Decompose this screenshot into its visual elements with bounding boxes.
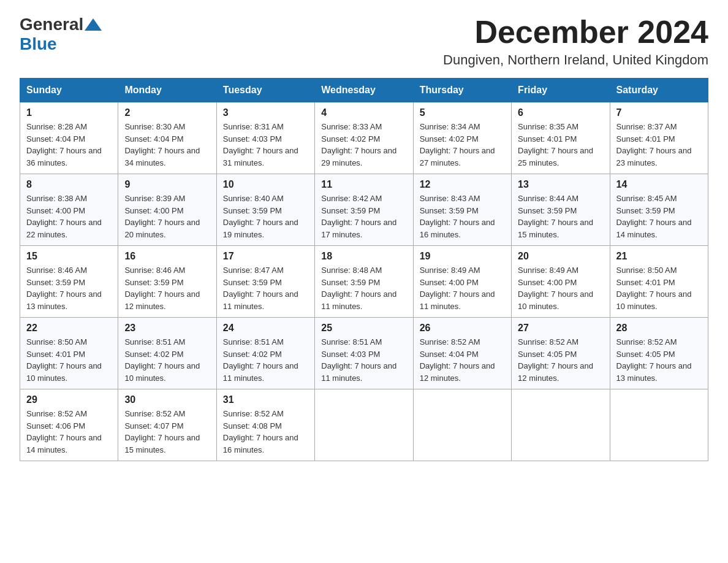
col-thursday: Thursday bbox=[413, 79, 511, 102]
day-number: 4 bbox=[321, 107, 406, 118]
col-friday: Friday bbox=[512, 79, 610, 102]
day-info: Sunrise: 8:51 AMSunset: 4:02 PMDaylight:… bbox=[124, 336, 210, 384]
day-cell-20: 20 Sunrise: 8:49 AMSunset: 4:00 PMDaylig… bbox=[512, 246, 610, 318]
day-cell-24: 24 Sunrise: 8:51 AMSunset: 4:02 PMDaylig… bbox=[216, 318, 314, 389]
calendar-table: Sunday Monday Tuesday Wednesday Thursday… bbox=[20, 78, 708, 461]
col-wednesday: Wednesday bbox=[315, 79, 413, 102]
day-cell-1: 1 Sunrise: 8:28 AMSunset: 4:04 PMDayligh… bbox=[20, 102, 118, 174]
day-cell-5: 5 Sunrise: 8:34 AMSunset: 4:02 PMDayligh… bbox=[413, 102, 511, 174]
day-number: 20 bbox=[518, 251, 603, 262]
day-number: 13 bbox=[518, 179, 603, 190]
day-cell-31: 31 Sunrise: 8:52 AMSunset: 4:08 PMDaylig… bbox=[216, 389, 314, 461]
empty-cell bbox=[512, 389, 610, 461]
day-info: Sunrise: 8:44 AMSunset: 3:59 PMDaylight:… bbox=[518, 193, 603, 240]
calendar-header-row: Sunday Monday Tuesday Wednesday Thursday… bbox=[20, 79, 708, 102]
day-cell-30: 30 Sunrise: 8:52 AMSunset: 4:07 PMDaylig… bbox=[118, 389, 216, 461]
day-info: Sunrise: 8:47 AMSunset: 3:59 PMDaylight:… bbox=[223, 264, 308, 312]
day-number: 19 bbox=[420, 251, 505, 262]
location-title: Dungiven, Northern Ireland, United Kingd… bbox=[443, 52, 708, 68]
day-number: 23 bbox=[124, 323, 210, 334]
day-info: Sunrise: 8:52 AMSunset: 4:08 PMDaylight:… bbox=[223, 408, 308, 456]
day-number: 21 bbox=[616, 251, 702, 262]
day-cell-16: 16 Sunrise: 8:46 AMSunset: 3:59 PMDaylig… bbox=[118, 246, 216, 318]
day-cell-12: 12 Sunrise: 8:43 AMSunset: 3:59 PMDaylig… bbox=[413, 174, 511, 246]
day-info: Sunrise: 8:46 AMSunset: 3:59 PMDaylight:… bbox=[124, 264, 210, 312]
day-info: Sunrise: 8:52 AMSunset: 4:07 PMDaylight:… bbox=[124, 408, 210, 456]
day-info: Sunrise: 8:46 AMSunset: 3:59 PMDaylight:… bbox=[26, 264, 112, 312]
day-info: Sunrise: 8:43 AMSunset: 3:59 PMDaylight:… bbox=[420, 193, 505, 240]
day-number: 25 bbox=[321, 323, 406, 334]
day-info: Sunrise: 8:37 AMSunset: 4:01 PMDaylight:… bbox=[616, 121, 702, 169]
empty-cell bbox=[413, 389, 511, 461]
day-cell-26: 26 Sunrise: 8:52 AMSunset: 4:04 PMDaylig… bbox=[413, 318, 511, 389]
day-cell-18: 18 Sunrise: 8:48 AMSunset: 3:59 PMDaylig… bbox=[315, 246, 413, 318]
week-row-4: 22 Sunrise: 8:50 AMSunset: 4:01 PMDaylig… bbox=[20, 318, 708, 389]
day-info: Sunrise: 8:33 AMSunset: 4:02 PMDaylight:… bbox=[321, 121, 406, 169]
day-info: Sunrise: 8:35 AMSunset: 4:01 PMDaylight:… bbox=[518, 121, 603, 169]
day-number: 17 bbox=[223, 251, 308, 262]
day-number: 10 bbox=[223, 179, 308, 190]
empty-cell bbox=[610, 389, 708, 461]
day-number: 12 bbox=[420, 179, 505, 190]
day-number: 30 bbox=[124, 394, 210, 405]
col-saturday: Saturday bbox=[610, 79, 708, 102]
day-number: 11 bbox=[321, 179, 406, 190]
day-cell-9: 9 Sunrise: 8:39 AMSunset: 4:00 PMDayligh… bbox=[118, 174, 216, 246]
day-number: 24 bbox=[223, 323, 308, 334]
day-number: 22 bbox=[26, 323, 112, 334]
day-number: 6 bbox=[518, 107, 603, 118]
logo-general-text: General bbox=[20, 15, 83, 34]
col-monday: Monday bbox=[118, 79, 216, 102]
day-cell-17: 17 Sunrise: 8:47 AMSunset: 3:59 PMDaylig… bbox=[216, 246, 314, 318]
day-number: 9 bbox=[124, 179, 210, 190]
logo-blue-text: Blue bbox=[20, 34, 57, 53]
day-cell-14: 14 Sunrise: 8:45 AMSunset: 3:59 PMDaylig… bbox=[610, 174, 708, 246]
day-info: Sunrise: 8:34 AMSunset: 4:02 PMDaylight:… bbox=[420, 121, 505, 169]
day-cell-29: 29 Sunrise: 8:52 AMSunset: 4:06 PMDaylig… bbox=[20, 389, 118, 461]
day-info: Sunrise: 8:38 AMSunset: 4:00 PMDaylight:… bbox=[26, 193, 112, 240]
day-cell-10: 10 Sunrise: 8:40 AMSunset: 3:59 PMDaylig… bbox=[216, 174, 314, 246]
month-title: December 2024 bbox=[443, 15, 708, 50]
day-number: 8 bbox=[26, 179, 112, 190]
empty-cell bbox=[315, 389, 413, 461]
day-number: 31 bbox=[223, 394, 308, 405]
day-number: 1 bbox=[26, 107, 112, 118]
logo-triangle-icon bbox=[85, 18, 102, 31]
day-cell-11: 11 Sunrise: 8:42 AMSunset: 3:59 PMDaylig… bbox=[315, 174, 413, 246]
logo: General Blue bbox=[20, 15, 103, 54]
week-row-2: 8 Sunrise: 8:38 AMSunset: 4:00 PMDayligh… bbox=[20, 174, 708, 246]
page-header: General Blue December 2024 Dungiven, Nor… bbox=[20, 15, 708, 68]
day-info: Sunrise: 8:28 AMSunset: 4:04 PMDaylight:… bbox=[26, 121, 112, 169]
day-cell-19: 19 Sunrise: 8:49 AMSunset: 4:00 PMDaylig… bbox=[413, 246, 511, 318]
day-number: 26 bbox=[420, 323, 505, 334]
day-info: Sunrise: 8:48 AMSunset: 3:59 PMDaylight:… bbox=[321, 264, 406, 312]
day-cell-15: 15 Sunrise: 8:46 AMSunset: 3:59 PMDaylig… bbox=[20, 246, 118, 318]
day-cell-7: 7 Sunrise: 8:37 AMSunset: 4:01 PMDayligh… bbox=[610, 102, 708, 174]
day-cell-4: 4 Sunrise: 8:33 AMSunset: 4:02 PMDayligh… bbox=[315, 102, 413, 174]
week-row-3: 15 Sunrise: 8:46 AMSunset: 3:59 PMDaylig… bbox=[20, 246, 708, 318]
col-sunday: Sunday bbox=[20, 79, 118, 102]
day-cell-6: 6 Sunrise: 8:35 AMSunset: 4:01 PMDayligh… bbox=[512, 102, 610, 174]
day-number: 7 bbox=[616, 107, 702, 118]
day-number: 18 bbox=[321, 251, 406, 262]
week-row-1: 1 Sunrise: 8:28 AMSunset: 4:04 PMDayligh… bbox=[20, 102, 708, 174]
day-info: Sunrise: 8:52 AMSunset: 4:04 PMDaylight:… bbox=[420, 336, 505, 384]
day-cell-28: 28 Sunrise: 8:52 AMSunset: 4:05 PMDaylig… bbox=[610, 318, 708, 389]
week-row-5: 29 Sunrise: 8:52 AMSunset: 4:06 PMDaylig… bbox=[20, 389, 708, 461]
day-number: 28 bbox=[616, 323, 702, 334]
day-cell-27: 27 Sunrise: 8:52 AMSunset: 4:05 PMDaylig… bbox=[512, 318, 610, 389]
day-cell-25: 25 Sunrise: 8:51 AMSunset: 4:03 PMDaylig… bbox=[315, 318, 413, 389]
day-cell-23: 23 Sunrise: 8:51 AMSunset: 4:02 PMDaylig… bbox=[118, 318, 216, 389]
day-info: Sunrise: 8:51 AMSunset: 4:02 PMDaylight:… bbox=[223, 336, 308, 384]
day-info: Sunrise: 8:52 AMSunset: 4:05 PMDaylight:… bbox=[616, 336, 702, 384]
day-number: 15 bbox=[26, 251, 112, 262]
day-number: 27 bbox=[518, 323, 603, 334]
day-cell-3: 3 Sunrise: 8:31 AMSunset: 4:03 PMDayligh… bbox=[216, 102, 314, 174]
day-info: Sunrise: 8:45 AMSunset: 3:59 PMDaylight:… bbox=[616, 193, 702, 240]
day-cell-2: 2 Sunrise: 8:30 AMSunset: 4:04 PMDayligh… bbox=[118, 102, 216, 174]
day-info: Sunrise: 8:30 AMSunset: 4:04 PMDaylight:… bbox=[124, 121, 210, 169]
day-info: Sunrise: 8:51 AMSunset: 4:03 PMDaylight:… bbox=[321, 336, 406, 384]
day-cell-13: 13 Sunrise: 8:44 AMSunset: 3:59 PMDaylig… bbox=[512, 174, 610, 246]
day-info: Sunrise: 8:49 AMSunset: 4:00 PMDaylight:… bbox=[518, 264, 603, 312]
day-number: 16 bbox=[124, 251, 210, 262]
